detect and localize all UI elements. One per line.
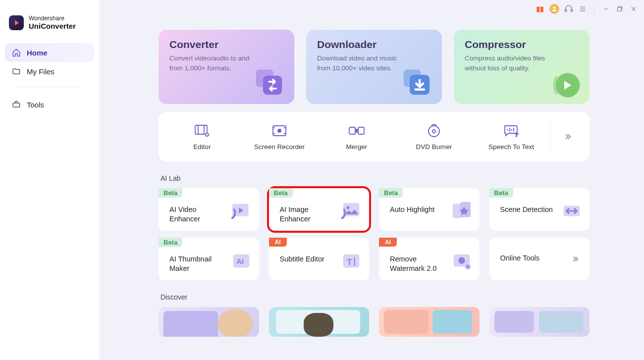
tool-screen-recorder[interactable]: Screen Recorder	[241, 123, 318, 151]
chevron-right-double-icon	[571, 255, 580, 265]
chevron-right-double-icon	[563, 132, 572, 141]
tool-merger[interactable]: Merger	[318, 123, 395, 151]
toolstrip-more[interactable]	[550, 122, 585, 152]
tool-label: Screen Recorder	[254, 143, 305, 151]
svg-rect-16	[263, 76, 282, 95]
nav-divider	[13, 88, 86, 88]
svg-rect-20	[195, 125, 207, 134]
speech-to-text-icon: T	[503, 123, 520, 138]
auto-highlight-icon	[450, 199, 474, 223]
hero-title: Downloader	[317, 39, 431, 51]
hero-compressor[interactable]: Compressor Compress audio/video files wi…	[454, 30, 590, 104]
section-title-discover: Discover	[161, 293, 590, 301]
app-logo: Wondershare UniConverter	[0, 15, 99, 40]
hero-desc: Compress audio/video files without loss …	[465, 53, 554, 73]
svg-text:AI: AI	[236, 257, 243, 265]
brand-top: Wondershare	[29, 15, 76, 22]
ai-badge: AI	[269, 238, 287, 247]
compressor-icon	[547, 64, 582, 99]
card-label: Auto Highlight	[390, 205, 434, 214]
home-icon	[12, 48, 21, 57]
hero-row: Converter Convert video/audio to and fro…	[159, 30, 590, 104]
hero-title: Converter	[169, 39, 283, 51]
card-label: AI Image Enhancer	[280, 205, 339, 224]
brand-bottom: UniConverter	[29, 22, 76, 30]
svg-text:T: T	[515, 133, 519, 138]
beta-badge: Beta	[159, 238, 182, 247]
tool-label: Merger	[346, 143, 368, 151]
scene-detection-icon	[560, 199, 584, 223]
video-enhancer-icon	[229, 199, 253, 223]
svg-rect-26	[349, 127, 355, 134]
card-ai-video-enhancer[interactable]: Beta AI Video Enhancer	[159, 188, 259, 231]
hero-downloader[interactable]: Downloader Download video and music from…	[306, 30, 442, 104]
card-label: Remove Watermark 2.0	[390, 255, 449, 273]
nav-label: My Files	[27, 67, 54, 76]
nav-tools[interactable]: Tools	[5, 95, 94, 114]
tool-editor[interactable]: Editor	[163, 123, 241, 151]
svg-point-25	[278, 129, 281, 132]
card-ai-thumbnail-maker[interactable]: Beta AI Thumbnail Maker AI	[159, 238, 259, 280]
card-remove-watermark[interactable]: AI Remove Watermark 2.0	[379, 238, 480, 280]
beta-badge: Beta	[379, 188, 403, 198]
nav-home[interactable]: Home	[5, 43, 94, 62]
hero-title: Compressor	[465, 39, 579, 51]
editor-icon	[194, 123, 210, 138]
nav-label: Tools	[27, 101, 44, 109]
logo-icon	[9, 15, 24, 30]
dvd-burner-icon	[427, 123, 441, 138]
converter-icon	[252, 64, 286, 99]
discover-card-1[interactable]	[159, 307, 259, 337]
svg-point-44	[458, 257, 465, 263]
card-ai-image-enhancer[interactable]: Beta AI Image Enhancer	[269, 188, 370, 231]
svg-point-29	[429, 126, 439, 137]
card-auto-highlight[interactable]: Beta Auto Highlight	[379, 188, 480, 231]
ai-badge: AI	[379, 238, 397, 247]
nav-label: Home	[27, 49, 48, 57]
downloader-icon	[399, 64, 434, 99]
beta-badge: Beta	[489, 188, 513, 198]
discover-card-3[interactable]	[379, 307, 480, 337]
image-enhancer-icon	[339, 199, 363, 223]
tool-label: DVD Burner	[416, 143, 452, 151]
hero-converter[interactable]: Converter Convert video/audio to and fro…	[159, 30, 294, 104]
card-subtitle-editor[interactable]: AI Subtitle Editor T	[269, 238, 370, 280]
tool-label: Speech To Text	[488, 143, 534, 151]
card-label: Scene Detection	[500, 205, 553, 214]
hero-desc: Convert video/audio to and from 1,000+ f…	[169, 53, 259, 73]
discover-row	[159, 307, 590, 337]
tool-dvd-burner[interactable]: DVD Burner	[395, 123, 473, 151]
nav: Home My Files Tools	[0, 40, 99, 117]
beta-badge: Beta	[269, 188, 293, 198]
svg-point-30	[432, 130, 435, 133]
svg-rect-14	[13, 103, 20, 107]
merger-icon	[348, 123, 365, 138]
tool-speech-to-text[interactable]: T Speech To Text	[473, 123, 550, 151]
ailab-grid-row1: Beta AI Video Enhancer Beta AI Image Enh…	[159, 188, 590, 231]
folder-icon	[12, 67, 21, 76]
svg-point-34	[346, 206, 349, 209]
discover-card-2[interactable]	[269, 307, 370, 337]
toolbox-icon	[12, 100, 21, 109]
remove-watermark-icon	[450, 249, 474, 272]
svg-text:T: T	[347, 257, 352, 267]
nav-my-files[interactable]: My Files	[5, 62, 94, 81]
card-scene-detection[interactable]: Beta Scene Detection	[489, 188, 590, 231]
logo-text: Wondershare UniConverter	[29, 15, 76, 30]
hero-desc: Download video and music from 10,000+ vi…	[317, 53, 406, 73]
tool-label: Editor	[193, 143, 211, 151]
ailab-grid-row2: Beta AI Thumbnail Maker AI AI Subtitle E…	[159, 238, 590, 280]
toolstrip: Editor Screen Recorder Merger DVD Burner…	[159, 112, 590, 161]
card-label: Subtitle Editor	[280, 255, 324, 264]
svg-rect-27	[358, 127, 364, 134]
discover-card-4[interactable]	[489, 307, 590, 337]
card-online-tools[interactable]: Online Tools	[489, 238, 590, 280]
subtitle-editor-icon: T	[339, 249, 363, 272]
card-label: AI Thumbnail Maker	[169, 255, 229, 273]
screen-recorder-icon	[271, 123, 287, 138]
main-content: Converter Convert video/audio to and fro…	[99, 0, 644, 360]
section-title-ailab: AI Lab	[161, 174, 590, 182]
card-label: Online Tools	[500, 254, 540, 263]
card-label: AI Video Enhancer	[169, 205, 229, 224]
beta-badge: Beta	[159, 188, 182, 198]
